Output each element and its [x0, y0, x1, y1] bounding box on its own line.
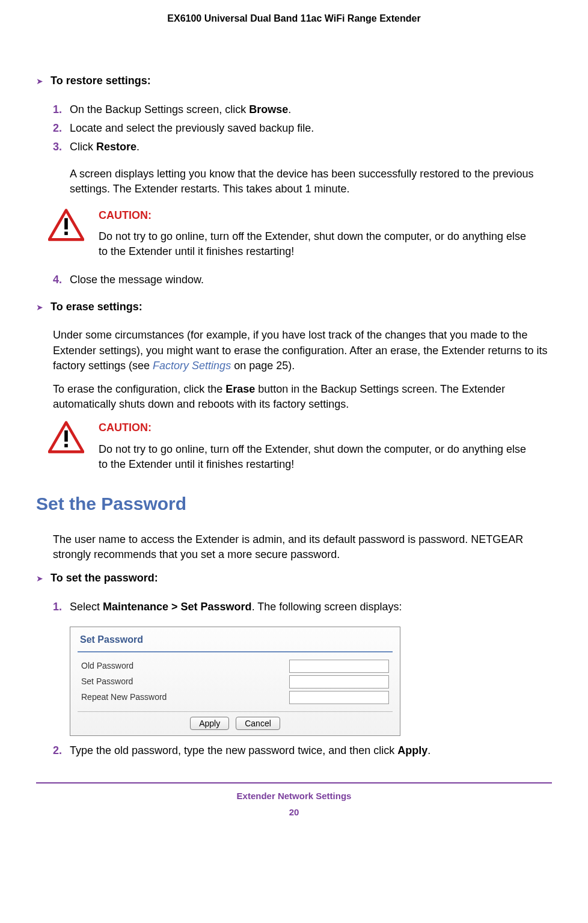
- caution-text: Do not try to go online, turn off the Ex…: [99, 229, 531, 259]
- svg-rect-1: [64, 218, 68, 229]
- chevron-right-icon: ➤: [36, 573, 44, 585]
- step-bold: Apply: [397, 744, 427, 756]
- text: Under some circumstances (for example, i…: [53, 329, 547, 371]
- step-text: Locate and select the previously saved b…: [70, 121, 552, 136]
- svg-rect-2: [64, 232, 68, 235]
- step-bold: Browse: [249, 103, 288, 115]
- erase-bold: Erase: [225, 383, 255, 395]
- svg-rect-4: [64, 431, 68, 442]
- setpw-step-1: 1. Select Maintenance > Set Password. Th…: [53, 599, 552, 615]
- step-text: Click: [70, 141, 96, 153]
- step-bold: Maintenance > Set Password: [103, 601, 252, 613]
- restore-step-2: 2. Locate and select the previously save…: [53, 121, 552, 136]
- text: Select: [70, 601, 103, 613]
- step-number: 2.: [53, 121, 70, 136]
- text: on page 25).: [231, 360, 295, 372]
- text: . The following screen displays:: [252, 601, 402, 613]
- cancel-button[interactable]: Cancel: [236, 717, 280, 730]
- caution-label: CAUTION:: [99, 420, 531, 435]
- svg-rect-5: [64, 444, 68, 448]
- caution-label: CAUTION:: [99, 208, 531, 223]
- factory-settings-link[interactable]: Factory Settings: [153, 360, 231, 372]
- step-text: On the Backup Settings screen, click: [70, 103, 249, 115]
- caution-text: Do not try to go online, turn off the Ex…: [99, 442, 531, 472]
- text: .: [427, 744, 430, 756]
- set-password-intro: The user name to access the Extender is …: [53, 532, 552, 562]
- chevron-right-icon: ➤: [36, 302, 44, 314]
- caution-icon: [48, 420, 84, 458]
- setpw-step-2: 2. Type the old password, type the new p…: [53, 743, 552, 758]
- set-password-title: To set the password:: [51, 571, 158, 586]
- step-number: 3.: [53, 140, 70, 155]
- page-footer: Extender Network Settings 20: [36, 782, 552, 818]
- set-password-input[interactable]: [289, 675, 389, 688]
- erase-title: To erase settings:: [51, 299, 142, 314]
- erase-paragraph-2: To erase the configuration, click the Er…: [53, 382, 552, 412]
- repeat-password-label: Repeat New Password: [81, 691, 167, 704]
- repeat-password-input[interactable]: [289, 691, 389, 704]
- step-number: 4.: [53, 272, 70, 287]
- step-number: 1.: [53, 599, 70, 615]
- restore-step3-sub: A screen displays letting you know that …: [70, 167, 552, 197]
- footer-page-number: 20: [36, 806, 552, 818]
- restore-step-3: 3. Click Restore.: [53, 140, 552, 155]
- restore-step-1: 1. On the Backup Settings screen, click …: [53, 102, 552, 117]
- set-password-screenshot: Set Password Old Password Set Password R…: [70, 627, 400, 737]
- set-password-label: Set Password: [81, 676, 133, 688]
- apply-button[interactable]: Apply: [190, 717, 229, 730]
- old-password-label: Old Password: [81, 660, 133, 672]
- step-text: .: [288, 103, 291, 115]
- step-number: 2.: [53, 743, 70, 758]
- restore-step-4: 4. Close the message window.: [53, 272, 552, 287]
- footer-section-title: Extender Network Settings: [36, 790, 552, 802]
- old-password-input[interactable]: [289, 660, 389, 673]
- text: Type the old password, type the new pass…: [70, 744, 397, 756]
- step-number: 1.: [53, 102, 70, 117]
- page-header: EX6100 Universal Dual Band 11ac WiFi Ran…: [36, 12, 552, 25]
- restore-title: To restore settings:: [51, 73, 151, 88]
- step-bold: Restore: [96, 141, 136, 153]
- erase-paragraph-1: Under some circumstances (for example, i…: [53, 328, 552, 373]
- text: To erase the configuration, click the: [53, 383, 225, 395]
- step-text: Close the message window.: [70, 272, 552, 287]
- caution-block: CAUTION: Do not try to go online, turn o…: [48, 208, 552, 260]
- step-text: .: [136, 141, 139, 153]
- caution-block: CAUTION: Do not try to go online, turn o…: [48, 420, 552, 472]
- caution-icon: [48, 208, 84, 246]
- chevron-right-icon: ➤: [36, 76, 44, 88]
- panel-title: Set Password: [78, 631, 393, 652]
- set-password-heading: Set the Password: [36, 491, 552, 517]
